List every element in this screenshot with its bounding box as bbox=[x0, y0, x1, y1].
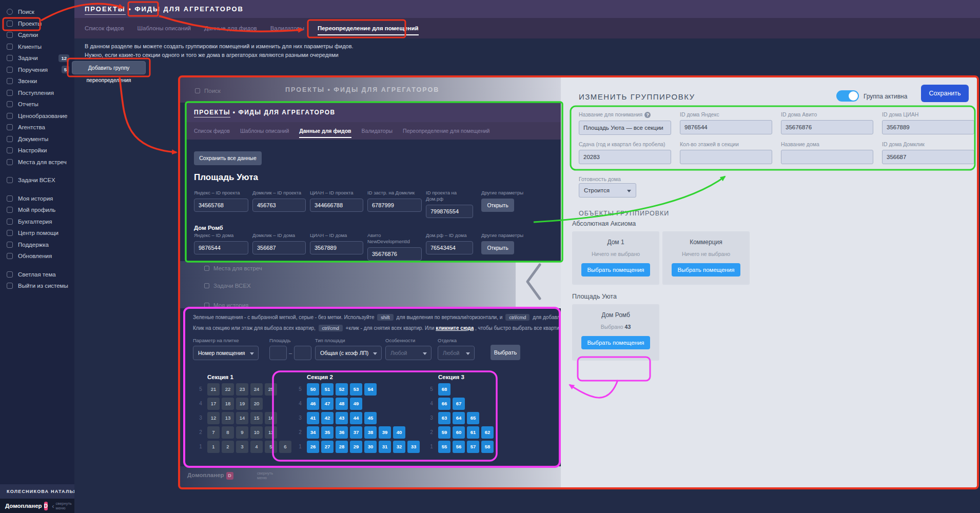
field-input[interactable]: 3567889 bbox=[882, 120, 974, 134]
sidebar-item-deals[interactable]: Сделки bbox=[0, 29, 74, 41]
unit-tile[interactable]: 23 bbox=[236, 383, 248, 396]
field-input[interactable] bbox=[680, 150, 772, 164]
apply-filter-button[interactable]: Выбрать bbox=[491, 345, 520, 360]
sidebar-item-help-center[interactable]: Центр помощи bbox=[0, 227, 74, 239]
unit-tile[interactable]: 28 bbox=[336, 441, 348, 453]
field-input[interactable]: 344666788 bbox=[310, 199, 363, 212]
unit-tile[interactable]: 14 bbox=[236, 412, 248, 424]
unit-tile[interactable]: 66 bbox=[438, 398, 450, 410]
select-rooms-button[interactable]: Выбрать помещения bbox=[581, 263, 650, 277]
collapse-menu-button[interactable]: ‹ свернуть меню bbox=[52, 501, 75, 510]
sidebar-item-updates[interactable]: Обновления bbox=[0, 250, 74, 262]
unit-tile[interactable]: 48 bbox=[336, 398, 348, 410]
select-all-link[interactable]: кликните сюда bbox=[436, 325, 474, 331]
field-input[interactable] bbox=[781, 150, 873, 164]
unit-tile[interactable]: 3 bbox=[236, 441, 248, 453]
unit-tile[interactable]: 34 bbox=[307, 426, 319, 439]
area-to-input[interactable] bbox=[294, 346, 311, 360]
floor-label[interactable]: 4 bbox=[297, 398, 304, 410]
unit-tile[interactable]: 39 bbox=[379, 426, 391, 439]
finish-select[interactable]: Любой bbox=[438, 346, 475, 360]
unit-tile[interactable]: 58 bbox=[481, 441, 494, 453]
sidebar-item-history[interactable]: Моя история bbox=[0, 193, 74, 205]
floor-label[interactable]: 2 bbox=[428, 426, 435, 439]
section-title[interactable]: Секция 1 bbox=[207, 374, 291, 380]
floor-label[interactable]: 1 bbox=[197, 441, 204, 453]
select-rooms-button[interactable]: Выбрать помещения bbox=[672, 263, 740, 277]
unit-tile[interactable]: 2 bbox=[222, 441, 234, 453]
unit-tile[interactable]: 8 bbox=[222, 426, 234, 439]
unit-tile[interactable]: 30 bbox=[364, 441, 377, 453]
sidebar-item-profile[interactable]: Мой профиль bbox=[0, 204, 74, 216]
sidebar-item-all-tasks[interactable]: Задачи ВСЕХ bbox=[0, 174, 74, 186]
floor-label[interactable]: 3 bbox=[428, 412, 435, 424]
field-input[interactable]: 356687 bbox=[252, 241, 306, 254]
feeds-tab-2[interactable]: Шаблоны описаний bbox=[240, 125, 289, 137]
unit-tile[interactable]: 36 bbox=[336, 426, 348, 439]
tile-param-select[interactable]: Номер помещения bbox=[193, 346, 259, 360]
unit-tile[interactable]: 41 bbox=[307, 412, 319, 424]
select-rooms-button[interactable]: Выбрать помещения bbox=[581, 336, 650, 349]
unit-tile[interactable]: 27 bbox=[321, 441, 334, 453]
unit-tile[interactable]: 38 bbox=[364, 426, 377, 439]
sidebar-item-pricing[interactable]: Ценообразование bbox=[0, 110, 74, 122]
floor-label[interactable]: 1 bbox=[297, 441, 304, 453]
sidebar-item-logout[interactable]: Выйти из системы bbox=[0, 280, 74, 292]
main-tab-3[interactable]: Данные для фидов bbox=[204, 22, 257, 34]
section-title[interactable]: Секция 3 bbox=[438, 374, 494, 380]
feeds-tab-5[interactable]: Переопределение для помещений bbox=[403, 125, 489, 137]
unit-tile[interactable]: 52 bbox=[336, 383, 348, 396]
unit-tile[interactable]: 50 bbox=[307, 383, 319, 396]
unit-tile[interactable]: 17 bbox=[207, 398, 220, 410]
feeds-tab-3[interactable]: Данные для фидов bbox=[299, 125, 351, 137]
floor-label[interactable]: 5 bbox=[297, 383, 304, 396]
unit-tile[interactable]: 59 bbox=[438, 426, 450, 439]
unit-tile[interactable]: 44 bbox=[350, 412, 362, 424]
unit-tile[interactable]: 67 bbox=[453, 398, 465, 410]
unit-tile[interactable]: 4 bbox=[250, 441, 263, 453]
breadcrumb-projects[interactable]: ПРОЕКТЫ bbox=[85, 5, 126, 15]
unit-tile[interactable]: 10 bbox=[250, 426, 263, 439]
save-button[interactable]: Сохранить bbox=[921, 85, 969, 102]
sidebar-item-accounting[interactable]: Бухгалтерия bbox=[0, 216, 74, 228]
main-tab-4[interactable]: Валидаторы bbox=[270, 22, 304, 34]
group-active-toggle[interactable] bbox=[836, 90, 859, 102]
sidebar-item-tasks[interactable]: Задачи12 bbox=[0, 52, 74, 64]
sidebar-item-assignments[interactable]: Поручения5 bbox=[0, 64, 74, 76]
unit-tile[interactable]: 6 bbox=[279, 441, 291, 453]
unit-tile[interactable]: 29 bbox=[350, 441, 362, 453]
unit-tile[interactable]: 60 bbox=[453, 426, 465, 439]
unit-tile[interactable]: 11 bbox=[265, 426, 277, 439]
unit-tile[interactable]: 45 bbox=[364, 412, 377, 424]
sidebar-item-settings[interactable]: Настройки bbox=[0, 145, 74, 156]
sidebar-item-calls[interactable]: Звонки bbox=[0, 75, 74, 87]
floor-label[interactable]: 4 bbox=[428, 398, 435, 410]
sidebar-item-documents[interactable]: Документы bbox=[0, 133, 74, 145]
unit-tile[interactable]: 62 bbox=[481, 426, 494, 439]
unit-tile[interactable]: 37 bbox=[350, 426, 362, 439]
unit-tile[interactable]: 25 bbox=[265, 383, 277, 396]
unit-tile[interactable]: 49 bbox=[350, 398, 362, 410]
unit-tile[interactable]: 26 bbox=[307, 441, 319, 453]
unit-tile[interactable]: 56 bbox=[453, 441, 465, 453]
help-icon[interactable]: ? bbox=[644, 112, 651, 118]
field-input[interactable]: 6787999 bbox=[367, 199, 422, 212]
sidebar-item-agencies[interactable]: Агентства bbox=[0, 122, 74, 133]
floor-label[interactable]: 3 bbox=[197, 412, 204, 424]
floor-label[interactable]: 3 bbox=[297, 412, 304, 424]
field-input[interactable]: 9876544 bbox=[194, 241, 248, 254]
sidebar-item-search[interactable]: Поиск bbox=[0, 6, 74, 18]
unit-tile[interactable]: 22 bbox=[222, 383, 234, 396]
floor-label[interactable]: 5 bbox=[428, 383, 435, 396]
unit-tile[interactable]: 40 bbox=[393, 426, 405, 439]
area-type-select[interactable]: Общая (с коэф ЛП) bbox=[315, 346, 382, 360]
readiness-select[interactable]: Строится bbox=[579, 183, 636, 198]
unit-tile[interactable]: 15 bbox=[250, 412, 263, 424]
sidebar-item-meeting-places[interactable]: Места для встреч bbox=[0, 156, 74, 168]
unit-tile[interactable]: 5 bbox=[265, 441, 277, 453]
unit-tile[interactable]: 65 bbox=[467, 412, 479, 424]
feeds-tab-1[interactable]: Список фидов bbox=[194, 125, 230, 137]
sidebar-item-projects[interactable]: Проекты bbox=[0, 18, 74, 30]
main-tab-2[interactable]: Шаблоны описаний bbox=[138, 22, 191, 34]
field-input[interactable]: 35676876 bbox=[781, 120, 873, 134]
